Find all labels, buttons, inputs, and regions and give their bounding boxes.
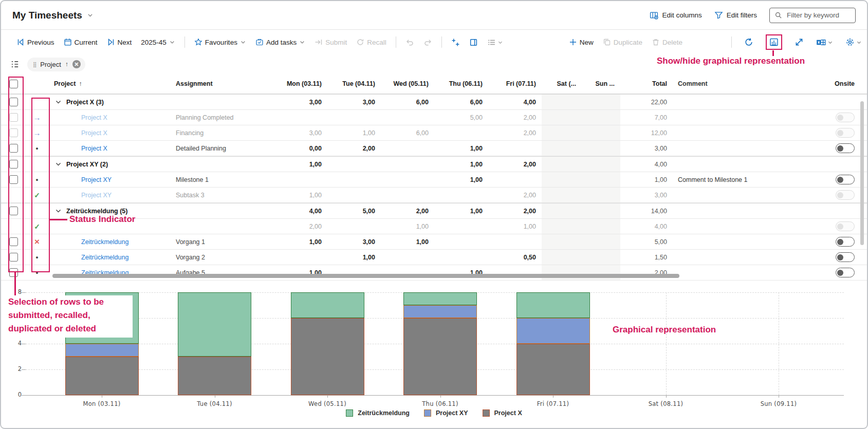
next-button[interactable]: Next: [107, 38, 132, 46]
day-sat-cell[interactable]: [542, 172, 582, 187]
current-button[interactable]: Current: [64, 38, 98, 46]
day-mon-cell[interactable]: 3,00: [273, 125, 327, 140]
duplicate-button[interactable]: Duplicate: [603, 38, 642, 46]
drag-grip-icon[interactable]: ⣿: [33, 62, 36, 67]
day-tue-cell[interactable]: 3,00: [327, 234, 381, 249]
sat-header[interactable]: Sat (...: [542, 74, 582, 94]
comment-cell[interactable]: [673, 125, 803, 140]
day-sun-cell[interactable]: [582, 188, 620, 202]
undo-icon[interactable]: [405, 38, 414, 47]
side-panel-icon[interactable]: [469, 38, 478, 47]
redo-icon[interactable]: [423, 38, 432, 47]
previous-button[interactable]: Previous: [16, 38, 54, 46]
day-wed-cell[interactable]: 6,00: [381, 125, 434, 140]
day-wed-cell[interactable]: 1,00: [381, 219, 434, 234]
day-mon-cell[interactable]: 1,00: [273, 234, 327, 249]
day-fri-cell[interactable]: 2,00: [488, 188, 542, 202]
day-mon-cell[interactable]: 0,00: [273, 141, 327, 156]
comment-cell[interactable]: Comment to Milestone 1: [673, 172, 803, 187]
thu-header[interactable]: Thu (06.11): [434, 74, 488, 94]
view-options-dropdown-icon[interactable]: [487, 38, 503, 47]
day-wed-cell[interactable]: [381, 172, 434, 187]
comment-cell[interactable]: [673, 219, 803, 234]
onsite-toggle[interactable]: [836, 113, 855, 122]
title-chevron-down-icon[interactable]: [87, 12, 94, 18]
edit-filters-button[interactable]: Edit filters: [714, 11, 757, 20]
onsite-toggle[interactable]: [836, 175, 855, 184]
day-sun-cell[interactable]: [582, 141, 620, 156]
settings-gear-dropdown-icon[interactable]: [845, 38, 862, 47]
day-sat-cell[interactable]: [542, 141, 582, 156]
comment-cell[interactable]: [673, 234, 803, 249]
grouping-icon[interactable]: [10, 60, 20, 69]
day-tue-cell[interactable]: [327, 110, 381, 125]
wed-header[interactable]: Wed (05.11): [381, 74, 434, 94]
project-link[interactable]: Project X: [81, 129, 107, 137]
day-fri-cell[interactable]: 2,00: [488, 125, 542, 140]
day-sun-cell[interactable]: [582, 219, 620, 234]
favourites-dropdown[interactable]: Favourites: [194, 38, 246, 46]
day-sat-cell[interactable]: [542, 110, 582, 125]
day-sat-cell[interactable]: [542, 219, 582, 234]
project-link[interactable]: Zeitrückmeldung: [81, 238, 128, 246]
day-tue-cell[interactable]: [327, 219, 381, 234]
expand-fullscreen-icon[interactable]: [795, 38, 804, 47]
day-thu-cell[interactable]: 5,00: [434, 110, 488, 125]
excel-export-dropdown-icon[interactable]: [816, 38, 833, 47]
comment-header[interactable]: Comment: [673, 74, 803, 94]
mon-header[interactable]: Mon (03.11): [273, 74, 327, 94]
period-dropdown[interactable]: 2025-45: [141, 39, 175, 46]
remove-chip-icon[interactable]: ✕: [72, 60, 81, 68]
refresh-icon[interactable]: [744, 38, 753, 47]
vertical-scrollbar[interactable]: [860, 101, 864, 245]
comment-cell[interactable]: [673, 110, 803, 125]
day-sat-cell[interactable]: [542, 125, 582, 140]
project-link[interactable]: Project X: [81, 114, 107, 121]
delete-button[interactable]: Delete: [652, 38, 682, 46]
day-tue-cell[interactable]: [327, 188, 381, 202]
day-tue-cell[interactable]: 2,00: [327, 141, 381, 156]
day-fri-cell[interactable]: [488, 234, 542, 249]
fri-header[interactable]: Fri (07.11): [488, 74, 542, 94]
day-fri-cell[interactable]: [488, 141, 542, 156]
day-thu-cell[interactable]: [434, 188, 488, 202]
onsite-toggle[interactable]: [836, 237, 855, 247]
day-fri-cell[interactable]: 2,00: [488, 110, 542, 125]
collapse-chevron-icon[interactable]: [55, 208, 62, 214]
search-input[interactable]: [786, 11, 849, 20]
day-tue-cell[interactable]: [327, 172, 381, 187]
day-wed-cell[interactable]: [381, 141, 434, 156]
group-by-project-chip[interactable]: ⣿ Project ↑ ✕: [27, 58, 85, 71]
comment-cell[interactable]: [673, 188, 803, 202]
sun-header[interactable]: Sun ...: [582, 74, 620, 94]
onsite-toggle[interactable]: [836, 128, 855, 138]
assignment-header[interactable]: Assignment: [176, 74, 273, 94]
day-thu-cell[interactable]: [434, 234, 488, 249]
day-sat-cell[interactable]: [542, 188, 582, 202]
day-sun-cell[interactable]: [582, 110, 620, 125]
project-link[interactable]: Project XY: [81, 176, 112, 183]
day-sat-cell[interactable]: [542, 234, 582, 249]
comment-cell[interactable]: [673, 141, 803, 156]
day-thu-cell[interactable]: 1,00: [434, 172, 488, 187]
day-mon-cell[interactable]: [273, 172, 327, 187]
project-link[interactable]: Project X: [81, 145, 107, 152]
sort-ascending-icon[interactable]: ↑: [65, 61, 68, 68]
recall-button[interactable]: Recall: [356, 38, 386, 46]
day-fri-cell[interactable]: 1,00: [488, 219, 542, 234]
new-button[interactable]: New: [569, 38, 594, 46]
edit-columns-button[interactable]: Edit columns: [650, 11, 701, 20]
onsite-toggle[interactable]: [836, 221, 855, 231]
onsite-toggle[interactable]: [836, 143, 855, 153]
add-tasks-dropdown[interactable]: Add tasks: [255, 38, 305, 46]
onsite-toggle[interactable]: [836, 190, 855, 200]
day-wed-cell[interactable]: [381, 188, 434, 202]
day-thu-cell[interactable]: [434, 219, 488, 234]
day-wed-cell[interactable]: 1,00: [381, 234, 434, 249]
day-sun-cell[interactable]: [582, 125, 620, 140]
project-link[interactable]: Zeitrückmeldung: [81, 254, 128, 261]
day-mon-cell[interactable]: 2,00: [273, 219, 327, 234]
submit-button[interactable]: Submit: [315, 38, 347, 46]
day-tue-cell[interactable]: 1,00: [327, 125, 381, 140]
day-mon-cell[interactable]: [273, 110, 327, 125]
